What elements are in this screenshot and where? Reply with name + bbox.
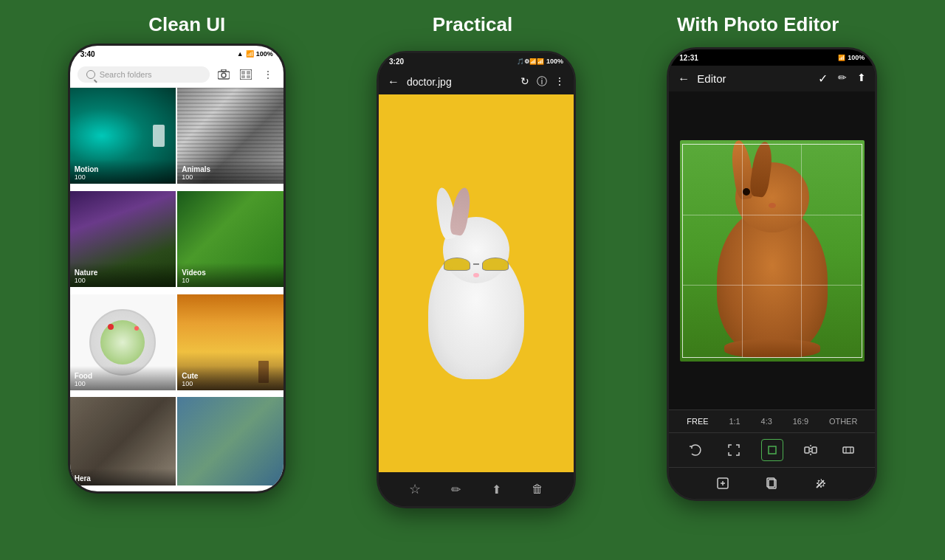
- check-icon[interactable]: ✓: [818, 72, 828, 86]
- ratio-1-1[interactable]: 1:1: [725, 415, 743, 428]
- svg-point-1: [221, 73, 226, 77]
- folder-food-label: Food 100: [70, 366, 176, 390]
- title-practical: Practical: [347, 13, 598, 36]
- ratio-free[interactable]: FREE: [683, 415, 712, 428]
- folder-animals-label: Animals 100: [177, 159, 284, 184]
- svg-rect-6: [241, 75, 245, 78]
- folder-hera[interactable]: Hera: [70, 397, 176, 485]
- share-editor-icon[interactable]: ⬆: [857, 72, 866, 86]
- search-icon: [86, 70, 95, 79]
- editor-ratio-bar: FREE 1:1 4:3 16:9 OTHER: [669, 409, 875, 432]
- editor-title: Editor: [697, 72, 811, 85]
- folder-motion-label: Motion 100: [70, 159, 176, 184]
- status-bar-2: 3:20 🎵⚙📶📶 100%: [379, 53, 574, 69]
- more-icon[interactable]: ⋮: [554, 75, 565, 89]
- folder-kids[interactable]: [177, 397, 284, 485]
- time-1: 3:40: [80, 50, 95, 58]
- svg-rect-7: [247, 75, 250, 78]
- title-clean-ui: Clean UI: [61, 13, 312, 36]
- menu-icon[interactable]: ⋮: [260, 66, 276, 83]
- svg-rect-4: [241, 71, 245, 75]
- folder-videos-label: Videos 10: [177, 263, 284, 287]
- folder-grid: Motion 100 Animals 100: [70, 88, 284, 491]
- back-arrow-icon[interactable]: ←: [388, 75, 399, 89]
- status-bar-1: 3:40 ▲ 📶 100%: [70, 46, 284, 62]
- search-placeholder: Search folders: [100, 70, 152, 79]
- info-icon[interactable]: ⓘ: [537, 75, 547, 89]
- viewer-top-icons: ↻ ⓘ ⋮: [520, 75, 565, 89]
- add-frame-tool[interactable]: [712, 472, 734, 494]
- copy-tool[interactable]: [761, 472, 783, 494]
- viewer-bottom-bar: ☆ ✏ ⬆ 🗑: [379, 472, 574, 506]
- ratio-16-9[interactable]: 16:9: [789, 415, 812, 428]
- star-icon[interactable]: ☆: [409, 481, 421, 497]
- title-photo-editor: With Photo Editor: [633, 13, 884, 36]
- phones-row: 3:40 ▲ 📶 100% Search folders: [0, 44, 945, 560]
- svg-rect-10: [805, 447, 809, 453]
- editor-back-icon[interactable]: ←: [678, 72, 690, 86]
- search-input[interactable]: Search folders: [78, 66, 210, 83]
- status-icons-1: ▲ 📶 100%: [237, 50, 273, 58]
- magic-tool[interactable]: [810, 472, 832, 494]
- folder-food[interactable]: Food 100: [70, 294, 176, 390]
- delete-icon[interactable]: 🗑: [532, 483, 543, 496]
- viewer-topbar: ← doctor.jpg ↻ ⓘ ⋮: [379, 69, 574, 94]
- status-icons-3: 📶 100%: [838, 54, 865, 61]
- crop-tool[interactable]: [761, 439, 783, 461]
- svg-rect-5: [247, 71, 250, 75]
- filename-label: doctor.jpg: [407, 76, 513, 88]
- gallery-icon[interactable]: [238, 66, 254, 83]
- ratio-other[interactable]: OTHER: [825, 415, 862, 428]
- edit-icon[interactable]: ✏: [451, 483, 461, 497]
- mirror-tool[interactable]: [800, 439, 822, 461]
- folder-hera-label: Hera: [70, 469, 176, 485]
- rotate-icon[interactable]: ↻: [520, 75, 529, 89]
- svg-rect-11: [812, 447, 817, 453]
- fullscreen-tool[interactable]: [723, 439, 745, 461]
- svg-rect-8: [769, 446, 776, 454]
- editor-image-area: [669, 91, 875, 409]
- svg-rect-3: [240, 69, 252, 80]
- phone-editor: 12:31 📶 100% ← Editor ✓ ✏ ⬆: [667, 47, 877, 501]
- viewer-image: [379, 94, 574, 472]
- editor-topbar: ← Editor ✓ ✏ ⬆: [669, 66, 875, 91]
- phone-clean-ui: 3:40 ▲ 📶 100% Search folders: [68, 44, 286, 494]
- editor-tools-bar-1: [669, 432, 875, 467]
- svg-rect-2: [221, 69, 226, 72]
- folder-cute-label: Cute 100: [177, 366, 284, 390]
- folder-videos[interactable]: Videos 10: [177, 191, 284, 287]
- header-row: Clean UI Practical With Photo Editor: [0, 0, 945, 44]
- time-2: 3:20: [389, 58, 404, 66]
- pencil-icon[interactable]: ✏: [838, 72, 847, 86]
- rotate-tool[interactable]: [684, 439, 707, 461]
- editor-tools-bar-2: [669, 467, 875, 499]
- camera-icon[interactable]: [216, 66, 232, 83]
- folder-animals[interactable]: Animals 100: [177, 88, 284, 184]
- status-icons-2: 🎵⚙📶📶 100%: [517, 58, 563, 65]
- ratio-4-3[interactable]: 4:3: [757, 415, 776, 428]
- folder-cute[interactable]: Cute 100: [177, 294, 284, 390]
- search-bar[interactable]: Search folders ⋮: [70, 62, 284, 88]
- time-3: 12:31: [679, 54, 698, 62]
- svg-rect-12: [843, 447, 853, 453]
- aspect-tool[interactable]: [837, 439, 859, 461]
- folder-nature-label: Nature 100: [70, 263, 176, 287]
- share-icon[interactable]: ⬆: [492, 483, 501, 497]
- folder-motion[interactable]: Motion 100: [70, 88, 176, 184]
- folder-nature[interactable]: Nature 100: [70, 191, 176, 287]
- status-bar-3: 12:31 📶 100%: [669, 49, 875, 66]
- phone-practical: 3:20 🎵⚙📶📶 100% ← doctor.jpg ↻ ⓘ ⋮: [377, 51, 576, 508]
- editor-top-icons: ✓ ✏ ⬆: [818, 72, 866, 86]
